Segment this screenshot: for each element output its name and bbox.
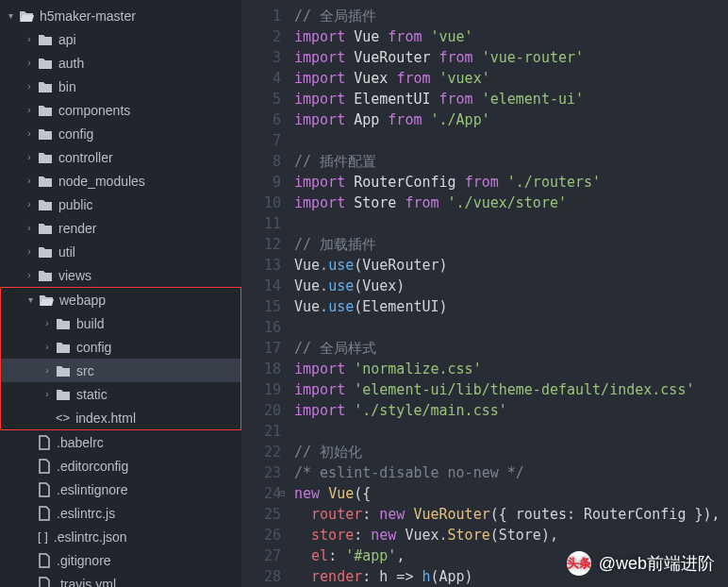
tree-item-label: bin <box>58 79 76 94</box>
tree-item-config[interactable]: ›config <box>1 335 240 359</box>
tree-item-label: .eslintrc.json <box>54 529 127 545</box>
token-punct: . <box>320 257 328 274</box>
code-editor[interactable]: 1234567891011121314151617181920212223242… <box>241 0 728 587</box>
code-line[interactable] <box>294 213 720 234</box>
tree-item--editorconfig[interactable]: .editorconfig <box>0 454 241 478</box>
tree-item-auth[interactable]: ›auth <box>0 51 241 75</box>
token-keyword: import <box>294 381 354 398</box>
line-number: 15 <box>241 296 281 317</box>
code-line[interactable]: import App from './App' <box>294 109 720 130</box>
line-number: 23 <box>241 462 281 483</box>
token-keyword: import <box>294 361 354 377</box>
token-comment: // 全局样式 <box>294 340 376 357</box>
line-number: 17 <box>241 338 281 359</box>
chevron-right-icon: › <box>25 246 34 257</box>
line-number: 21 <box>241 421 281 442</box>
tree-root[interactable]: ▾h5maker-master <box>0 4 241 27</box>
tree-item-views[interactable]: ›views <box>0 263 241 287</box>
line-number: 1 <box>241 6 281 26</box>
token-string: './routers' <box>507 174 601 191</box>
chevron-right-icon: › <box>42 365 52 376</box>
fold-icon[interactable]: ⊟ <box>279 483 285 504</box>
tree-item--eslintrc-json[interactable]: [ ].eslintrc.json <box>0 525 241 548</box>
tree-item-render[interactable]: ›render <box>0 216 241 240</box>
code-line[interactable]: // 初始化 <box>294 442 720 462</box>
chevron-right-icon: › <box>42 318 52 328</box>
tree-item-label: .editorconfig <box>57 459 128 474</box>
tree-item--eslintrc-js[interactable]: .eslintrc.js <box>0 501 241 525</box>
token-string: 'normalize.css' <box>354 361 481 377</box>
code-line[interactable]: store: new Vuex.Store(Store), <box>294 525 720 545</box>
code-line[interactable]: Vue.use(VueRouter) <box>294 255 720 276</box>
code-content[interactable]: // 全局插件import Vue from 'vue'import VueRo… <box>290 0 720 587</box>
line-number: 9 <box>241 172 281 193</box>
token-plain: : h => <box>362 568 422 585</box>
tree-item-bin[interactable]: ›bin <box>0 75 241 98</box>
code-line[interactable]: import Vue from 'vue' <box>294 26 720 47</box>
token-func: use <box>328 257 354 274</box>
folder-icon <box>38 175 53 188</box>
code-line[interactable]: import RouterConfig from './routers' <box>294 172 720 193</box>
token-func: use <box>328 298 354 315</box>
token-func: use <box>328 277 354 294</box>
code-line[interactable]: Vue.use(ElementUI) <box>294 296 720 317</box>
tree-item-label: views <box>58 268 91 283</box>
code-line[interactable] <box>294 421 720 442</box>
token-from: from <box>388 111 430 128</box>
code-line[interactable]: Vue.use(Vuex) <box>294 276 720 296</box>
code-line[interactable]: // 全局插件 <box>294 6 720 26</box>
token-plain: : <box>362 506 379 523</box>
tree-item-webapp[interactable]: ▾webapp <box>1 288 240 311</box>
code-line[interactable]: import Store from './vuex/store' <box>294 193 720 213</box>
tree-item-label: .gitignore <box>57 553 111 568</box>
code-line[interactable] <box>294 130 720 151</box>
line-number: 14 <box>241 276 281 296</box>
tree-item--gitignore[interactable]: .gitignore <box>0 548 241 572</box>
tree-item-static[interactable]: ›static <box>1 382 240 406</box>
code-line[interactable]: // 加载插件 <box>294 234 720 255</box>
code-line[interactable]: import 'normalize.css' <box>294 359 720 379</box>
chevron-right-icon: › <box>25 128 34 139</box>
code-line[interactable]: router: new VueRouter({ routes: RouterCo… <box>294 504 720 525</box>
code-line[interactable]: // 全局样式 <box>294 338 720 359</box>
code-line[interactable]: import Vuex from 'vuex' <box>294 68 720 89</box>
line-number: 4 <box>241 68 281 89</box>
chevron-right-icon: › <box>25 176 34 186</box>
tree-item--babelrc[interactable]: .babelrc <box>0 430 241 454</box>
tree-item-public[interactable]: ›public <box>0 193 241 216</box>
token-string: 'element-ui' <box>482 91 584 108</box>
tree-item-src[interactable]: ›src <box>1 359 240 382</box>
token-punct: . <box>320 298 328 315</box>
line-number: 18 <box>241 359 281 379</box>
token-from: from <box>388 28 430 45</box>
file-icon <box>38 435 51 450</box>
tree-item-controller[interactable]: ›controller <box>0 145 241 169</box>
token-string: 'element-ui/lib/theme-default/index.css' <box>354 381 694 398</box>
code-line[interactable] <box>294 317 720 338</box>
code-line[interactable]: // 插件配置 <box>294 151 720 172</box>
tree-item-api[interactable]: ›api <box>0 27 241 51</box>
token-plain: Vue <box>294 277 320 294</box>
tree-item-config[interactable]: ›config <box>0 122 241 145</box>
folder-icon <box>56 364 71 377</box>
token-punct: . <box>439 527 448 544</box>
file-icon <box>38 482 51 497</box>
token-keyword: import <box>294 402 354 419</box>
code-line[interactable]: ⊟new Vue({ <box>294 483 720 504</box>
tree-item--eslintignore[interactable]: .eslintignore <box>0 478 241 501</box>
code-line[interactable]: import ElementUI from 'element-ui' <box>294 89 720 109</box>
file-explorer[interactable]: ▾h5maker-master ›api›auth›bin›components… <box>0 0 241 587</box>
tree-item-node-modules[interactable]: ›node_modules <box>0 169 241 193</box>
token-ident: Vue <box>354 28 388 45</box>
code-line[interactable]: import './style/main.css' <box>294 400 720 421</box>
code-line[interactable]: /* eslint-disable no-new */ <box>294 462 720 483</box>
code-line[interactable]: import 'element-ui/lib/theme-default/ind… <box>294 379 720 400</box>
tree-item-components[interactable]: ›components <box>0 98 241 122</box>
tree-item-util[interactable]: ›util <box>0 240 241 263</box>
tree-item-index-html[interactable]: <>index.html <box>1 406 240 429</box>
folder-icon <box>38 80 53 93</box>
code-line[interactable]: import VueRouter from 'vue-router' <box>294 47 720 68</box>
tree-item-label: api <box>58 32 76 47</box>
tree-item-build[interactable]: ›build <box>1 311 240 335</box>
tree-item--travis-yml[interactable]: .travis.yml <box>0 572 241 587</box>
